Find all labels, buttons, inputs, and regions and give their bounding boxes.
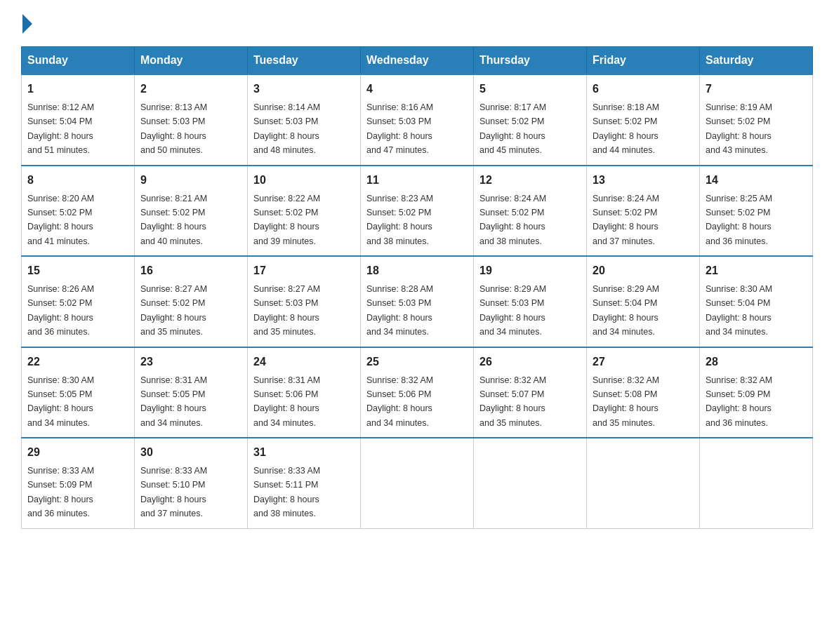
calendar-cell: 3 Sunrise: 8:14 AMSunset: 5:03 PMDayligh…	[248, 74, 361, 166]
calendar-cell: 29 Sunrise: 8:33 AMSunset: 5:09 PMDaylig…	[22, 438, 135, 528]
day-number: 12	[479, 172, 581, 189]
calendar-cell: 9 Sunrise: 8:21 AMSunset: 5:02 PMDayligh…	[135, 166, 248, 257]
day-info: Sunrise: 8:24 AMSunset: 5:02 PMDaylight:…	[593, 194, 659, 246]
column-header-thursday: Thursday	[474, 47, 587, 75]
calendar-cell: 14 Sunrise: 8:25 AMSunset: 5:02 PMDaylig…	[700, 166, 813, 257]
day-info: Sunrise: 8:33 AMSunset: 5:09 PMDaylight:…	[27, 466, 94, 518]
calendar-cell	[474, 438, 587, 528]
day-info: Sunrise: 8:19 AMSunset: 5:02 PMDaylight:…	[706, 102, 772, 155]
day-info: Sunrise: 8:27 AMSunset: 5:03 PMDaylight:…	[253, 284, 320, 337]
day-info: Sunrise: 8:32 AMSunset: 5:08 PMDaylight:…	[593, 375, 659, 428]
day-number: 27	[593, 354, 694, 370]
day-info: Sunrise: 8:20 AMSunset: 5:02 PMDaylight:…	[27, 194, 94, 246]
column-header-tuesday: Tuesday	[248, 47, 361, 75]
calendar-cell: 11 Sunrise: 8:23 AMSunset: 5:02 PMDaylig…	[361, 166, 474, 257]
day-info: Sunrise: 8:32 AMSunset: 5:06 PMDaylight:…	[366, 375, 433, 428]
calendar-cell: 10 Sunrise: 8:22 AMSunset: 5:02 PMDaylig…	[248, 166, 361, 257]
day-number: 10	[253, 172, 355, 189]
day-info: Sunrise: 8:32 AMSunset: 5:09 PMDaylight:…	[706, 375, 772, 428]
day-info: Sunrise: 8:24 AMSunset: 5:02 PMDaylight:…	[479, 194, 546, 246]
day-number: 13	[593, 172, 694, 189]
calendar-cell: 20 Sunrise: 8:29 AMSunset: 5:04 PMDaylig…	[587, 256, 700, 347]
day-info: Sunrise: 8:32 AMSunset: 5:07 PMDaylight:…	[479, 375, 546, 428]
day-info: Sunrise: 8:12 AMSunset: 5:04 PMDaylight:…	[27, 102, 94, 155]
column-header-sunday: Sunday	[22, 47, 135, 75]
day-number: 20	[593, 262, 694, 279]
calendar-cell: 15 Sunrise: 8:26 AMSunset: 5:02 PMDaylig…	[22, 256, 135, 347]
week-row-3: 15 Sunrise: 8:26 AMSunset: 5:02 PMDaylig…	[22, 256, 813, 347]
day-number: 8	[27, 172, 128, 189]
day-info: Sunrise: 8:29 AMSunset: 5:04 PMDaylight:…	[593, 284, 659, 337]
calendar-cell: 27 Sunrise: 8:32 AMSunset: 5:08 PMDaylig…	[587, 347, 700, 438]
calendar-cell: 17 Sunrise: 8:27 AMSunset: 5:03 PMDaylig…	[248, 256, 361, 347]
calendar-cell: 22 Sunrise: 8:30 AMSunset: 5:05 PMDaylig…	[22, 347, 135, 438]
week-row-5: 29 Sunrise: 8:33 AMSunset: 5:09 PMDaylig…	[22, 438, 813, 528]
day-info: Sunrise: 8:14 AMSunset: 5:03 PMDaylight:…	[253, 102, 320, 155]
calendar-cell: 6 Sunrise: 8:18 AMSunset: 5:02 PMDayligh…	[587, 74, 700, 166]
day-number: 2	[140, 81, 241, 98]
day-info: Sunrise: 8:30 AMSunset: 5:04 PMDaylight:…	[706, 284, 772, 337]
calendar-cell: 18 Sunrise: 8:28 AMSunset: 5:03 PMDaylig…	[361, 256, 474, 347]
day-number: 5	[479, 81, 581, 98]
calendar-table: SundayMondayTuesdayWednesdayThursdayFrid…	[21, 46, 813, 529]
week-row-2: 8 Sunrise: 8:20 AMSunset: 5:02 PMDayligh…	[22, 166, 813, 257]
calendar-cell: 4 Sunrise: 8:16 AMSunset: 5:03 PMDayligh…	[361, 74, 474, 166]
calendar-cell: 21 Sunrise: 8:30 AMSunset: 5:04 PMDaylig…	[700, 256, 813, 347]
page-header	[21, 14, 813, 34]
day-number: 28	[706, 354, 807, 370]
day-info: Sunrise: 8:17 AMSunset: 5:02 PMDaylight:…	[479, 102, 546, 155]
calendar-cell: 28 Sunrise: 8:32 AMSunset: 5:09 PMDaylig…	[700, 347, 813, 438]
day-number: 19	[479, 262, 581, 279]
calendar-cell	[361, 438, 474, 528]
calendar-cell: 19 Sunrise: 8:29 AMSunset: 5:03 PMDaylig…	[474, 256, 587, 347]
day-number: 21	[706, 262, 807, 279]
calendar-cell: 12 Sunrise: 8:24 AMSunset: 5:02 PMDaylig…	[474, 166, 587, 257]
day-info: Sunrise: 8:26 AMSunset: 5:02 PMDaylight:…	[27, 284, 94, 337]
column-header-wednesday: Wednesday	[361, 47, 474, 75]
day-number: 3	[253, 81, 355, 98]
day-info: Sunrise: 8:25 AMSunset: 5:02 PMDaylight:…	[706, 194, 772, 246]
day-info: Sunrise: 8:30 AMSunset: 5:05 PMDaylight:…	[27, 375, 94, 428]
day-info: Sunrise: 8:18 AMSunset: 5:02 PMDaylight:…	[593, 102, 659, 155]
day-info: Sunrise: 8:31 AMSunset: 5:06 PMDaylight:…	[253, 375, 320, 428]
calendar-cell: 30 Sunrise: 8:33 AMSunset: 5:10 PMDaylig…	[135, 438, 248, 528]
day-number: 26	[479, 354, 581, 370]
calendar-cell: 24 Sunrise: 8:31 AMSunset: 5:06 PMDaylig…	[248, 347, 361, 438]
day-info: Sunrise: 8:31 AMSunset: 5:05 PMDaylight:…	[140, 375, 207, 428]
calendar-cell: 1 Sunrise: 8:12 AMSunset: 5:04 PMDayligh…	[22, 74, 135, 166]
logo-triangle-icon	[22, 14, 32, 34]
day-number: 29	[27, 444, 128, 461]
calendar-cell: 31 Sunrise: 8:33 AMSunset: 5:11 PMDaylig…	[248, 438, 361, 528]
day-number: 9	[140, 172, 241, 189]
day-number: 11	[366, 172, 468, 189]
day-info: Sunrise: 8:16 AMSunset: 5:03 PMDaylight:…	[366, 102, 433, 155]
day-info: Sunrise: 8:29 AMSunset: 5:03 PMDaylight:…	[479, 284, 546, 337]
header-row: SundayMondayTuesdayWednesdayThursdayFrid…	[22, 47, 813, 75]
day-number: 16	[140, 262, 241, 279]
day-number: 31	[253, 444, 355, 461]
day-number: 23	[140, 354, 241, 370]
day-number: 22	[27, 354, 128, 370]
calendar-cell: 5 Sunrise: 8:17 AMSunset: 5:02 PMDayligh…	[474, 74, 587, 166]
day-info: Sunrise: 8:13 AMSunset: 5:03 PMDaylight:…	[140, 102, 207, 155]
day-number: 4	[366, 81, 468, 98]
day-info: Sunrise: 8:22 AMSunset: 5:02 PMDaylight:…	[253, 194, 320, 246]
day-info: Sunrise: 8:21 AMSunset: 5:02 PMDaylight:…	[140, 194, 207, 246]
calendar-cell: 23 Sunrise: 8:31 AMSunset: 5:05 PMDaylig…	[135, 347, 248, 438]
column-header-saturday: Saturday	[700, 47, 813, 75]
calendar-cell: 8 Sunrise: 8:20 AMSunset: 5:02 PMDayligh…	[22, 166, 135, 257]
calendar-cell	[587, 438, 700, 528]
calendar-cell: 13 Sunrise: 8:24 AMSunset: 5:02 PMDaylig…	[587, 166, 700, 257]
day-number: 6	[593, 81, 694, 98]
calendar-cell: 26 Sunrise: 8:32 AMSunset: 5:07 PMDaylig…	[474, 347, 587, 438]
day-number: 15	[27, 262, 128, 279]
day-info: Sunrise: 8:27 AMSunset: 5:02 PMDaylight:…	[140, 284, 207, 337]
day-info: Sunrise: 8:33 AMSunset: 5:10 PMDaylight:…	[140, 466, 207, 518]
column-header-monday: Monday	[135, 47, 248, 75]
day-number: 17	[253, 262, 355, 279]
week-row-4: 22 Sunrise: 8:30 AMSunset: 5:05 PMDaylig…	[22, 347, 813, 438]
day-number: 1	[27, 81, 128, 98]
day-number: 30	[140, 444, 241, 461]
day-info: Sunrise: 8:28 AMSunset: 5:03 PMDaylight:…	[366, 284, 433, 337]
week-row-1: 1 Sunrise: 8:12 AMSunset: 5:04 PMDayligh…	[22, 74, 813, 166]
